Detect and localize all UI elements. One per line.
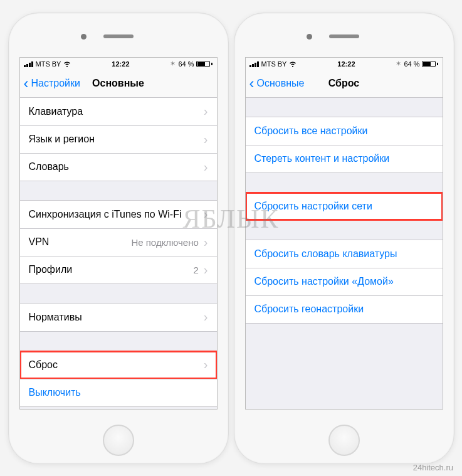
chevron-left-icon: ‹ bbox=[24, 79, 29, 88]
chevron-right-icon: › bbox=[204, 104, 208, 119]
row-reset-home[interactable]: Сбросить настройки «Домой» bbox=[246, 268, 443, 295]
row-label: Профили bbox=[29, 264, 194, 275]
signal-icon bbox=[249, 61, 259, 67]
row-reset-keyboard[interactable]: Сбросить словарь клавиатуры bbox=[246, 240, 443, 268]
group-2: Синхронизация с iTunes по Wi-Fi › VPN Не… bbox=[20, 200, 217, 284]
row-label: Стереть контент и настройки bbox=[255, 153, 434, 164]
carrier-label: MTS BY bbox=[261, 60, 287, 68]
wifi-icon bbox=[63, 60, 71, 68]
group-1: Клавиатура › Язык и регион › Словарь › bbox=[20, 98, 217, 181]
chevron-right-icon: › bbox=[204, 132, 208, 147]
phone-left: MTS BY 12:22 ✶ 64 % ‹ Настройки Основные bbox=[8, 13, 229, 464]
group-2: Сбросить настройки сети bbox=[246, 192, 443, 221]
battery-percent: 64 % bbox=[404, 60, 419, 68]
screen: MTS BY 12:22 ✶ 64 % ‹ Основные Сброс bbox=[245, 57, 443, 410]
row-label: Сбросить геонастройки bbox=[255, 304, 434, 315]
wifi-icon bbox=[289, 60, 297, 68]
chevron-right-icon: › bbox=[204, 207, 208, 221]
group-1: Сбросить все настройки Стереть контент и… bbox=[246, 117, 443, 173]
row-shutdown[interactable]: Выключить bbox=[20, 379, 217, 406]
row-label: Сбросить настройки «Домой» bbox=[255, 276, 434, 287]
signal-icon bbox=[24, 61, 33, 67]
row-keyboard[interactable]: Клавиатура › bbox=[20, 98, 217, 125]
group-3: Нормативы › bbox=[20, 303, 217, 332]
row-label: Язык и регион bbox=[29, 134, 204, 145]
bluetooth-icon: ✶ bbox=[396, 60, 401, 68]
row-detail: 2 bbox=[193, 265, 198, 275]
row-reset-location[interactable]: Сбросить геонастройки bbox=[246, 295, 443, 323]
speaker bbox=[103, 34, 134, 38]
home-button[interactable] bbox=[328, 425, 360, 456]
row-itunes-wifi[interactable]: Синхронизация с iTunes по Wi-Fi › bbox=[20, 201, 217, 228]
row-reset[interactable]: Сброс › bbox=[20, 351, 217, 379]
credit: 24hitech.ru bbox=[413, 463, 453, 472]
row-language[interactable]: Язык и регион › bbox=[20, 125, 217, 153]
chevron-right-icon: › bbox=[204, 357, 208, 372]
row-label: Сбросить словарь клавиатуры bbox=[255, 248, 434, 260]
content: Клавиатура › Язык и регион › Словарь › С… bbox=[20, 98, 217, 409]
group-4: Сброс › Выключить bbox=[20, 351, 217, 407]
chevron-right-icon: › bbox=[204, 263, 208, 277]
spacer bbox=[246, 98, 443, 117]
chevron-right-icon: › bbox=[204, 310, 208, 324]
row-label: Выключить bbox=[29, 387, 208, 398]
chevron-right-icon: › bbox=[204, 160, 208, 174]
group-3: Сбросить словарь клавиатуры Сбросить нас… bbox=[246, 240, 443, 324]
row-label: Сброс bbox=[29, 359, 204, 371]
row-reset-network[interactable]: Сбросить настройки сети bbox=[246, 193, 443, 220]
battery-icon bbox=[422, 61, 438, 67]
back-label: Основные bbox=[257, 78, 305, 89]
row-label: VPN bbox=[29, 236, 132, 248]
row-label: Сбросить все настройки bbox=[255, 125, 434, 137]
row-regulatory[interactable]: Нормативы › bbox=[20, 304, 217, 331]
phone-right: MTS BY 12:22 ✶ 64 % ‹ Основные Сброс bbox=[234, 13, 454, 464]
clock: 12:22 bbox=[112, 60, 129, 68]
row-dictionary[interactable]: Словарь › bbox=[20, 153, 217, 181]
back-button[interactable]: ‹ Настройки bbox=[24, 78, 80, 89]
row-label: Синхронизация с iTunes по Wi-Fi bbox=[29, 209, 204, 220]
nav-bar: ‹ Настройки Основные bbox=[20, 70, 217, 98]
clock: 12:22 bbox=[337, 60, 355, 68]
back-label: Настройки bbox=[31, 78, 80, 89]
bluetooth-icon: ✶ bbox=[170, 60, 176, 68]
nav-bar: ‹ Основные Сброс bbox=[246, 70, 443, 98]
battery-icon bbox=[196, 61, 213, 67]
content: Сбросить все настройки Стереть контент и… bbox=[246, 98, 443, 409]
row-erase-all[interactable]: Стереть контент и настройки bbox=[246, 145, 443, 172]
chevron-left-icon: ‹ bbox=[249, 79, 255, 88]
row-profiles[interactable]: Профили 2 › bbox=[20, 256, 217, 283]
front-camera bbox=[307, 34, 312, 40]
row-label: Клавиатура bbox=[29, 106, 204, 117]
carrier-label: MTS BY bbox=[36, 60, 61, 68]
battery-percent: 64 % bbox=[178, 60, 194, 68]
row-detail: Не подключено bbox=[131, 237, 198, 248]
status-bar: MTS BY 12:22 ✶ 64 % bbox=[20, 58, 217, 70]
chevron-right-icon: › bbox=[204, 235, 208, 250]
row-label: Нормативы bbox=[29, 312, 204, 323]
speaker bbox=[329, 34, 359, 38]
front-camera bbox=[81, 34, 87, 40]
screen: MTS BY 12:22 ✶ 64 % ‹ Настройки Основные bbox=[19, 57, 218, 410]
row-label: Сбросить настройки сети bbox=[255, 201, 434, 212]
row-label: Словарь bbox=[29, 161, 204, 172]
row-vpn[interactable]: VPN Не подключено › bbox=[20, 228, 217, 256]
row-reset-all[interactable]: Сбросить все настройки bbox=[246, 117, 443, 145]
status-bar: MTS BY 12:22 ✶ 64 % bbox=[246, 58, 443, 70]
back-button[interactable]: ‹ Основные bbox=[249, 78, 305, 89]
home-button[interactable] bbox=[103, 425, 134, 456]
